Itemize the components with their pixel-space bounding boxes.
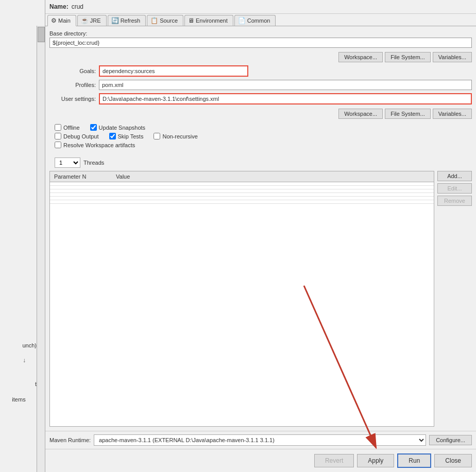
tab-environment[interactable]: 🖥 Environment	[184, 15, 233, 26]
tab-common-label: Common	[247, 18, 270, 24]
workspace-btn-2[interactable]: Workspace...	[338, 109, 383, 119]
maven-label: Maven Runtime:	[49, 437, 91, 443]
debug-output-label: Debug Output	[63, 133, 99, 139]
sidebar-label-2: t	[1, 381, 37, 387]
skip-tests-checkbox[interactable]	[109, 133, 116, 139]
tab-common[interactable]: 📄 Common	[234, 15, 276, 26]
tab-refresh-label: Refresh	[121, 18, 141, 24]
table-row	[50, 200, 434, 204]
debug-output-checkbox[interactable]	[55, 133, 61, 139]
tab-jre[interactable]: ☕ JRE	[77, 15, 107, 26]
tab-source-label: Source	[160, 18, 178, 24]
goals-label: Goals:	[49, 68, 96, 74]
main-tab-icon: ⚙	[51, 17, 57, 24]
common-tab-icon: 📄	[238, 17, 246, 24]
table-row	[50, 189, 434, 193]
goals-row: Goals:	[49, 65, 472, 77]
button-row-2: Workspace... File System... Variables...	[49, 109, 472, 119]
user-settings-row: User settings:	[49, 93, 472, 104]
sidebar-label-1: unch)	[1, 342, 37, 348]
tab-jre-label: JRE	[90, 18, 101, 24]
name-value: crud	[72, 3, 83, 10]
button-row-1: Workspace... File System... Variables...	[49, 52, 472, 62]
source-tab-icon: 📋	[150, 17, 158, 24]
threads-row: 1 2 4 8 Threads	[49, 158, 472, 168]
params-table: Parameter N Value	[50, 171, 434, 204]
tab-source[interactable]: 📋 Source	[147, 15, 183, 26]
update-snapshots-checkbox-item[interactable]: Update Snapshots	[90, 124, 146, 131]
name-row: Name: crud	[45, 0, 476, 14]
resolve-workspace-checkbox[interactable]	[55, 142, 61, 148]
params-col-name-header: Parameter N	[50, 171, 112, 182]
variables-btn-2[interactable]: Variables...	[433, 109, 472, 119]
checkbox-row-1: Offline Update Snapshots	[55, 124, 472, 131]
scrollbar-thumb[interactable]	[38, 27, 45, 42]
remove-param-btn[interactable]: Remove	[437, 196, 472, 206]
apply-btn[interactable]: Apply	[357, 454, 394, 467]
checkbox-row-3: Resolve Workspace artifacts	[55, 142, 472, 148]
table-row	[50, 186, 434, 189]
add-param-btn[interactable]: Add...	[437, 171, 472, 181]
checkbox-row-2: Debug Output Skip Tests Non-recursive	[55, 133, 472, 139]
resolve-workspace-checkbox-item[interactable]: Resolve Workspace artifacts	[55, 142, 135, 148]
tab-refresh[interactable]: 🔄 Refresh	[108, 15, 146, 26]
maven-runtime-select[interactable]: apache-maven-3.1.1 (EXTERNAL D:\Java\apa…	[94, 434, 426, 446]
params-col-value-header: Value	[112, 171, 434, 182]
environment-tab-icon: 🖥	[188, 17, 194, 24]
revert-btn[interactable]: Revert	[314, 454, 354, 467]
file-system-btn-1[interactable]: File System...	[385, 52, 431, 62]
base-dir-label: Base directory:	[49, 30, 472, 37]
profiles-input[interactable]	[99, 80, 472, 90]
table-row	[50, 182, 434, 186]
debug-output-checkbox-item[interactable]: Debug Output	[55, 133, 99, 139]
tabs-bar: ⚙ Main ☕ JRE 🔄 Refresh 📋 Source 🖥 Enviro…	[45, 14, 476, 26]
maven-row: Maven Runtime: apache-maven-3.1.1 (EXTER…	[45, 431, 476, 449]
close-btn[interactable]: Close	[434, 454, 472, 467]
name-label: Name:	[49, 3, 69, 10]
checkboxes-section: Offline Update Snapshots Debug Output Sk…	[49, 124, 472, 150]
threads-label: Threads	[83, 160, 104, 166]
edit-param-btn[interactable]: Edit...	[437, 183, 472, 194]
skip-tests-label: Skip Tests	[118, 133, 144, 139]
params-table-body	[50, 182, 434, 204]
main-panel: Name: crud ⚙ Main ☕ JRE 🔄 Refresh 📋 Sour…	[45, 0, 476, 472]
form-area: Base directory: Workspace... File System…	[45, 26, 476, 431]
user-settings-label: User settings:	[49, 96, 96, 102]
non-recursive-label: Non-recursive	[162, 133, 197, 139]
table-row	[50, 197, 434, 200]
update-snapshots-label: Update Snapshots	[99, 125, 146, 131]
params-buttons: Add... Edit... Remove	[437, 171, 472, 427]
non-recursive-checkbox-item[interactable]: Non-recursive	[154, 133, 197, 139]
workspace-btn-1[interactable]: Workspace...	[338, 52, 383, 62]
skip-tests-checkbox-item[interactable]: Skip Tests	[109, 133, 144, 139]
tab-environment-label: Environment	[196, 18, 228, 24]
goals-input[interactable]	[99, 65, 248, 77]
sidebar-label-3: items	[1, 396, 37, 403]
refresh-tab-icon: 🔄	[111, 17, 119, 24]
non-recursive-checkbox[interactable]	[154, 133, 160, 139]
profiles-row: Profiles:	[49, 80, 472, 90]
user-settings-input[interactable]	[99, 93, 472, 104]
sidebar: unch) ↓ t items	[0, 0, 45, 472]
profiles-label: Profiles:	[49, 82, 96, 88]
params-table-container: Parameter N Value	[49, 171, 472, 427]
base-dir-input[interactable]	[49, 38, 472, 48]
offline-label: Offline	[63, 125, 80, 131]
tab-main[interactable]: ⚙ Main	[47, 15, 76, 26]
resolve-workspace-label: Resolve Workspace artifacts	[63, 142, 135, 148]
variables-btn-1[interactable]: Variables...	[433, 52, 472, 62]
bottom-buttons: Revert Apply Run Close	[45, 449, 476, 472]
sidebar-expand-icon[interactable]: ↓	[23, 357, 26, 364]
offline-checkbox[interactable]	[55, 124, 61, 131]
offline-checkbox-item[interactable]: Offline	[55, 124, 80, 131]
configure-btn[interactable]: Configure...	[429, 435, 472, 445]
sidebar-scrollbar[interactable]	[37, 26, 45, 472]
params-table-wrapper: Parameter N Value	[49, 171, 434, 427]
file-system-btn-2[interactable]: File System...	[385, 109, 431, 119]
table-row	[50, 193, 434, 197]
update-snapshots-checkbox[interactable]	[90, 124, 97, 131]
tab-main-label: Main	[58, 18, 71, 24]
threads-select[interactable]: 1 2 4 8	[55, 158, 80, 168]
jre-tab-icon: ☕	[81, 17, 89, 24]
run-btn[interactable]: Run	[397, 453, 431, 468]
